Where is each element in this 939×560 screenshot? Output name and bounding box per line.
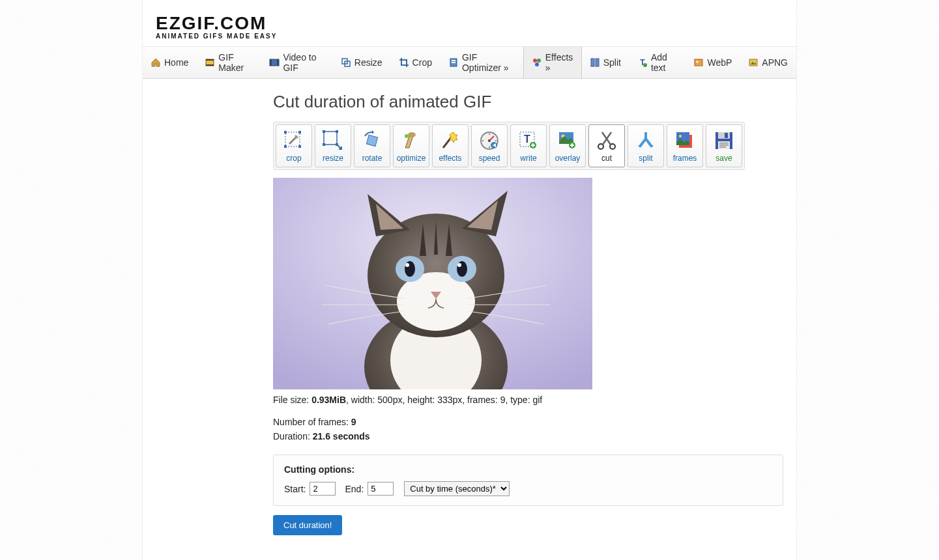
tool-label: frames bbox=[673, 154, 697, 163]
header: EZGIF.COM ANIMATED GIFS MADE EASY bbox=[143, 0, 796, 46]
file-info-line: File size: 0.93MiB, width: 500px, height… bbox=[273, 395, 783, 405]
page-title: Cut duration of animated GIF bbox=[273, 92, 783, 112]
split-icon bbox=[590, 57, 600, 68]
frames-icon bbox=[674, 128, 696, 154]
svg-point-12 bbox=[537, 59, 541, 63]
nav-item-film[interactable]: GIF Maker bbox=[197, 47, 261, 78]
file-size-label: File size: bbox=[273, 395, 311, 405]
effects-icon bbox=[532, 57, 542, 68]
video-icon bbox=[269, 57, 280, 68]
end-label: End: bbox=[345, 484, 364, 494]
nav-item-crop[interactable]: Crop bbox=[391, 47, 441, 78]
svg-point-13 bbox=[535, 63, 539, 66]
tool-save-button[interactable]: save bbox=[706, 124, 742, 167]
svg-rect-25 bbox=[298, 145, 301, 148]
svg-point-17 bbox=[643, 63, 647, 67]
logo-main-text: EZGIF.COM bbox=[156, 13, 783, 34]
svg-rect-27 bbox=[323, 130, 325, 133]
cut-mode-select[interactable]: Cut by time (seconds)* bbox=[404, 481, 510, 496]
resize-icon bbox=[322, 128, 344, 154]
nav-item-split[interactable]: Split bbox=[582, 47, 629, 78]
preview-area bbox=[273, 178, 783, 389]
tool-overlay-button[interactable]: overlay bbox=[549, 124, 586, 167]
tool-rotate-button[interactable]: rotate bbox=[354, 124, 390, 167]
tool-speed-button[interactable]: speed bbox=[471, 124, 508, 167]
logo[interactable]: EZGIF.COM ANIMATED GIFS MADE EASY bbox=[156, 13, 783, 40]
tool-crop-button[interactable]: crop bbox=[276, 124, 312, 167]
webp-icon bbox=[693, 57, 704, 68]
nav-item-apng[interactable]: APNG bbox=[740, 47, 796, 78]
speed-icon bbox=[478, 128, 500, 154]
file-info-rest: , width: 500px, height: 333px, frames: 9… bbox=[346, 395, 542, 405]
start-label: Start: bbox=[284, 484, 306, 494]
svg-rect-5 bbox=[277, 59, 279, 66]
tool-effects-button[interactable]: effects bbox=[432, 124, 469, 167]
end-input[interactable] bbox=[368, 482, 394, 496]
tool-label: overlay bbox=[555, 154, 581, 163]
tool-optimize-button[interactable]: optimize bbox=[393, 124, 429, 167]
tool-label: resize bbox=[323, 154, 343, 163]
frames-value: 9 bbox=[351, 417, 356, 427]
film-icon bbox=[205, 57, 215, 68]
nav-item-home[interactable]: Home bbox=[143, 47, 197, 78]
frames-label: Number of frames: bbox=[273, 417, 351, 427]
svg-rect-31 bbox=[366, 135, 377, 146]
svg-point-33 bbox=[405, 134, 409, 138]
nav-item-effects[interactable]: Effects » bbox=[523, 47, 582, 78]
effects-icon bbox=[439, 128, 461, 154]
tool-label: rotate bbox=[362, 154, 383, 163]
nav-label: Resize bbox=[354, 57, 383, 68]
svg-rect-24 bbox=[284, 145, 287, 148]
tool-cut-button[interactable]: cut bbox=[588, 124, 625, 167]
tool-label: write bbox=[520, 154, 536, 163]
nav-item-webp[interactable]: WebP bbox=[686, 47, 740, 78]
svg-text:T: T bbox=[524, 133, 530, 145]
nav-item-optimize[interactable]: GIF Optimizer » bbox=[441, 47, 523, 78]
tool-split-button[interactable]: split bbox=[628, 124, 664, 167]
main-content: Cut duration of animated GIF cropresizer… bbox=[143, 79, 796, 555]
tool-label: optimize bbox=[397, 154, 426, 163]
nav-item-video[interactable]: Video to GIF bbox=[261, 47, 332, 78]
svg-rect-15 bbox=[596, 59, 599, 66]
split-icon bbox=[635, 128, 657, 154]
duration-label: Duration: bbox=[273, 431, 313, 441]
svg-point-19 bbox=[697, 61, 699, 63]
svg-point-65 bbox=[457, 263, 461, 267]
svg-rect-23 bbox=[298, 131, 301, 133]
svg-rect-2 bbox=[206, 64, 214, 66]
tool-write-button[interactable]: Twrite bbox=[510, 124, 547, 167]
resize-icon bbox=[341, 57, 351, 68]
svg-rect-22 bbox=[284, 131, 287, 133]
main-nav: HomeGIF MakerVideo to GIFResizeCropGIF O… bbox=[143, 46, 796, 79]
svg-point-64 bbox=[405, 263, 409, 267]
duration-info-line: Duration: 21.6 seconds bbox=[273, 431, 783, 441]
tool-frames-button[interactable]: frames bbox=[667, 124, 703, 167]
tool-label: cut bbox=[601, 154, 612, 163]
nav-label: APNG bbox=[762, 57, 788, 68]
nav-label: Add text bbox=[651, 52, 678, 73]
svg-rect-28 bbox=[336, 130, 338, 133]
svg-rect-18 bbox=[695, 59, 702, 66]
start-input[interactable] bbox=[310, 482, 336, 496]
file-size-value: 0.93MiB bbox=[311, 395, 346, 405]
svg-rect-52 bbox=[719, 143, 729, 144]
svg-rect-49 bbox=[718, 132, 730, 139]
tool-resize-button[interactable]: resize bbox=[315, 124, 351, 167]
nav-item-resize[interactable]: Resize bbox=[333, 47, 391, 78]
tool-label: crop bbox=[286, 154, 301, 163]
home-icon bbox=[151, 57, 161, 68]
cutting-options-box: Cutting options: Start: End: Cut by time… bbox=[273, 455, 783, 506]
svg-rect-1 bbox=[206, 59, 214, 61]
svg-rect-29 bbox=[323, 143, 325, 146]
tool-label: effects bbox=[439, 154, 461, 163]
cutting-options-row: Start: End: Cut by time (seconds)* bbox=[284, 481, 772, 496]
duration-value: 21.6 seconds bbox=[313, 431, 370, 441]
rotate-icon bbox=[361, 128, 383, 154]
cut-icon bbox=[596, 128, 618, 154]
nav-label: Video to GIF bbox=[283, 52, 324, 73]
svg-rect-50 bbox=[725, 133, 728, 138]
cut-duration-button[interactable]: Cut duration! bbox=[273, 515, 342, 535]
nav-item-text[interactable]: TAdd text bbox=[629, 47, 686, 78]
nav-label: Effects » bbox=[545, 52, 573, 73]
overlay-icon bbox=[556, 128, 579, 154]
